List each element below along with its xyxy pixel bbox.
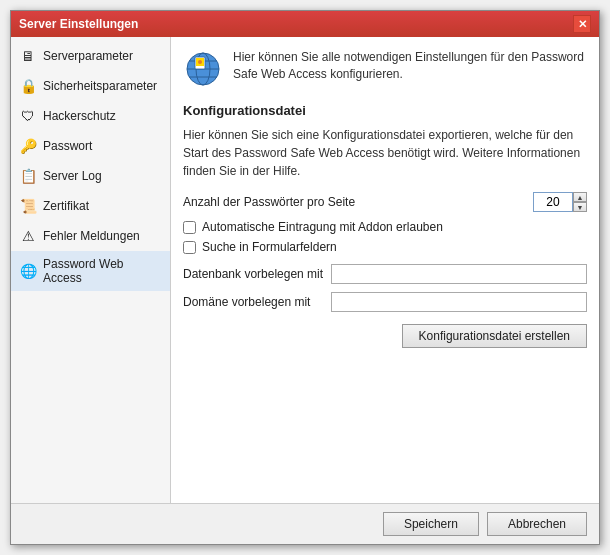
window-title: Server Einstellungen bbox=[19, 17, 138, 31]
passwort-icon: 🔑 bbox=[19, 137, 37, 155]
sidebar-item-hackerschutz[interactable]: 🛡Hackerschutz bbox=[11, 101, 170, 131]
sidebar-item-server-log[interactable]: 📋Server Log bbox=[11, 161, 170, 191]
formfield-label: Suche in Formularfeldern bbox=[202, 240, 337, 254]
formfield-checkbox[interactable] bbox=[183, 241, 196, 254]
spin-wrapper: ▲ ▼ bbox=[533, 192, 587, 212]
main-window: Server Einstellungen ✕ 🖥Serverparameter🔒… bbox=[10, 10, 600, 545]
sicherheitsparameter-icon: 🔒 bbox=[19, 77, 37, 95]
header-section: Hier können Sie alle notwendigen Einstel… bbox=[183, 49, 587, 89]
svg-point-7 bbox=[198, 60, 202, 64]
domain-label: Domäne vorbelegen mit bbox=[183, 295, 323, 309]
passwords-per-page-label: Anzahl der Passwörter pro Seite bbox=[183, 195, 525, 209]
footer: Speichern Abbrechen bbox=[11, 503, 599, 544]
sidebar: 🖥Serverparameter🔒Sicherheitsparameter🛡Ha… bbox=[11, 37, 171, 503]
sidebar-item-serverparameter[interactable]: 🖥Serverparameter bbox=[11, 41, 170, 71]
sidebar-item-sicherheitsparameter[interactable]: 🔒Sicherheitsparameter bbox=[11, 71, 170, 101]
server-log-icon: 📋 bbox=[19, 167, 37, 185]
passwords-per-page-row: Anzahl der Passwörter pro Seite ▲ ▼ bbox=[183, 192, 587, 212]
db-row: Datenbank vorbelegen mit bbox=[183, 264, 587, 284]
create-config-button[interactable]: Konfigurationsdatei erstellen bbox=[402, 324, 587, 348]
spin-buttons: ▲ ▼ bbox=[573, 192, 587, 212]
sidebar-item-passwort[interactable]: 🔑Passwort bbox=[11, 131, 170, 161]
close-button[interactable]: ✕ bbox=[573, 15, 591, 33]
domain-row: Domäne vorbelegen mit bbox=[183, 292, 587, 312]
zertifikat-icon: 📜 bbox=[19, 197, 37, 215]
sidebar-label-passwort: Passwort bbox=[43, 139, 92, 153]
spin-up-button[interactable]: ▲ bbox=[573, 192, 587, 202]
password-web-access-icon: 🌐 bbox=[19, 262, 37, 280]
sidebar-label-password-web-access: Password Web Access bbox=[43, 257, 162, 285]
hackerschutz-icon: 🛡 bbox=[19, 107, 37, 125]
content-area: 🖥Serverparameter🔒Sicherheitsparameter🛡Ha… bbox=[11, 37, 599, 503]
checkbox2-row: Suche in Formularfeldern bbox=[183, 240, 587, 254]
sidebar-label-server-log: Server Log bbox=[43, 169, 102, 183]
addon-checkbox[interactable] bbox=[183, 221, 196, 234]
sidebar-item-password-web-access[interactable]: 🌐Password Web Access bbox=[11, 251, 170, 291]
sidebar-item-zertifikat[interactable]: 📜Zertifikat bbox=[11, 191, 170, 221]
cancel-button[interactable]: Abbrechen bbox=[487, 512, 587, 536]
fehler-meldungen-icon: ⚠ bbox=[19, 227, 37, 245]
db-label: Datenbank vorbelegen mit bbox=[183, 267, 323, 281]
main-panel: Hier können Sie alle notwendigen Einstel… bbox=[171, 37, 599, 503]
spin-down-button[interactable]: ▼ bbox=[573, 202, 587, 212]
sidebar-label-zertifikat: Zertifikat bbox=[43, 199, 89, 213]
section-title: Konfigurationsdatei bbox=[183, 103, 587, 118]
sidebar-label-serverparameter: Serverparameter bbox=[43, 49, 133, 63]
sidebar-label-hackerschutz: Hackerschutz bbox=[43, 109, 116, 123]
header-description: Hier können Sie alle notwendigen Einstel… bbox=[233, 49, 587, 83]
sidebar-item-fehler-meldungen[interactable]: ⚠Fehler Meldungen bbox=[11, 221, 170, 251]
domain-input[interactable] bbox=[331, 292, 587, 312]
db-input[interactable] bbox=[331, 264, 587, 284]
header-icon bbox=[183, 49, 223, 89]
sidebar-label-fehler-meldungen: Fehler Meldungen bbox=[43, 229, 140, 243]
title-bar: Server Einstellungen ✕ bbox=[11, 11, 599, 37]
section-description: Hier können Sie sich eine Konfigurations… bbox=[183, 126, 587, 180]
passwords-per-page-input[interactable] bbox=[533, 192, 573, 212]
save-button[interactable]: Speichern bbox=[383, 512, 479, 536]
addon-label: Automatische Eintragung mit Addon erlaub… bbox=[202, 220, 443, 234]
sidebar-label-sicherheitsparameter: Sicherheitsparameter bbox=[43, 79, 157, 93]
checkbox1-row: Automatische Eintragung mit Addon erlaub… bbox=[183, 220, 587, 234]
serverparameter-icon: 🖥 bbox=[19, 47, 37, 65]
